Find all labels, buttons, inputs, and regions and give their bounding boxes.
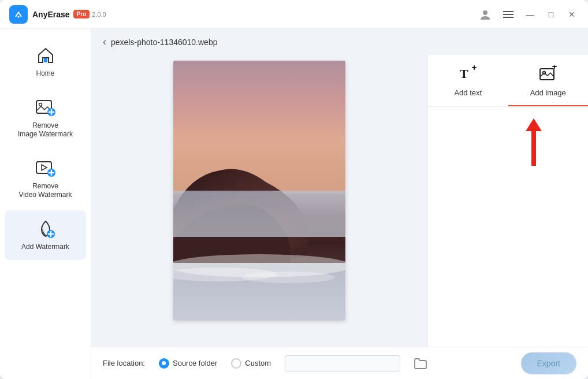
back-button[interactable]: ‹ [103, 36, 106, 48]
window-controls: — □ ✕ [477, 6, 579, 23]
pro-badge: Pro [73, 10, 90, 18]
breadcrumb-bar: ‹ pexels-photo-11346010.webp [91, 29, 588, 55]
svg-rect-0 [14, 10, 23, 19]
arrow-body [531, 131, 536, 166]
file-location-label: File location: [103, 359, 145, 367]
app-logo [9, 5, 28, 24]
app-name: AnyErase [32, 10, 70, 19]
svg-point-2 [483, 10, 487, 15]
add-text-icon: T [459, 65, 477, 84]
annotation-area [428, 107, 588, 347]
red-arrow-annotation [526, 118, 542, 166]
svg-point-8 [39, 103, 42, 106]
content-area: ‹ pexels-photo-11346010.webp [91, 29, 588, 379]
preview-area [91, 55, 427, 347]
arrow-head [526, 118, 542, 131]
sidebar-item-home-label: Home [36, 69, 54, 79]
sidebar-item-remove-image-watermark[interactable]: RemoveImage Watermark [5, 89, 86, 147]
tab-add-image[interactable]: Add image [508, 55, 589, 106]
sidebar: Home RemoveImage Watermark [0, 29, 91, 379]
custom-label: Custom [245, 359, 271, 367]
close-button[interactable]: ✕ [565, 8, 579, 21]
app-window: AnyErase Pro 2.0.0 — □ ✕ [0, 0, 588, 379]
maximize-button[interactable]: □ [544, 8, 558, 21]
title-bar: AnyErase Pro 2.0.0 — □ ✕ [0, 0, 588, 29]
tab-add-text[interactable]: T Add text [428, 55, 508, 106]
profile-icon[interactable] [477, 6, 493, 23]
browse-folder-button[interactable] [414, 358, 427, 369]
svg-marker-11 [42, 165, 47, 170]
custom-radio[interactable] [231, 358, 241, 369]
sidebar-item-remove-video-watermark[interactable]: RemoveVideo Watermark [5, 150, 86, 208]
svg-rect-6 [44, 58, 47, 62]
sidebar-item-remove-video-watermark-label: RemoveVideo Watermark [18, 182, 72, 200]
svg-text:T: T [460, 66, 468, 81]
remove-video-watermark-icon [35, 158, 56, 179]
sidebar-item-home[interactable]: Home [5, 37, 86, 87]
svg-rect-15 [173, 191, 345, 237]
svg-point-19 [243, 272, 335, 283]
workspace: T Add text [91, 55, 588, 347]
svg-rect-14 [173, 61, 345, 194]
remove-image-watermark-icon [35, 97, 56, 118]
panel-tabs: T Add text [428, 55, 588, 107]
add-watermark-icon [35, 218, 56, 239]
menu-icon[interactable] [500, 6, 516, 23]
custom-option[interactable]: Custom [231, 358, 271, 369]
minimize-button[interactable]: — [523, 8, 537, 21]
bottom-bar: File location: Source folder Custom Expo… [91, 347, 588, 379]
svg-point-1 [18, 16, 20, 17]
tab-add-image-label: Add image [530, 88, 566, 97]
source-folder-radio[interactable] [159, 358, 169, 369]
sidebar-item-add-watermark-label: Add Watermark [21, 243, 69, 252]
app-version: 2.0.0 [92, 11, 106, 18]
sidebar-item-remove-image-watermark-label: RemoveImage Watermark [18, 121, 73, 139]
custom-path-input[interactable] [285, 355, 400, 371]
source-folder-label: Source folder [173, 359, 217, 367]
image-preview [173, 61, 345, 321]
home-icon [35, 45, 56, 66]
sidebar-item-add-watermark[interactable]: Add Watermark [5, 210, 86, 260]
main-body: Home RemoveImage Watermark [0, 29, 588, 379]
add-image-icon [539, 65, 557, 84]
right-panel: T Add text [427, 55, 588, 347]
breadcrumb-filename: pexels-photo-11346010.webp [111, 38, 217, 47]
export-button[interactable]: Export [521, 352, 576, 374]
tab-add-text-label: Add text [454, 88, 482, 97]
source-folder-option[interactable]: Source folder [159, 358, 217, 369]
